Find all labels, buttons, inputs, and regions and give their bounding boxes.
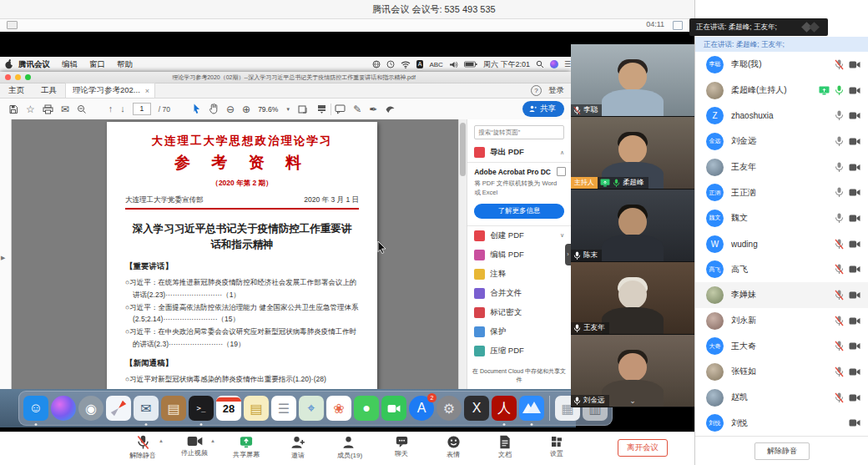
scroll-mode-icon[interactable] — [316, 104, 327, 114]
camera-icon[interactable] — [849, 367, 860, 377]
mic-muted-icon[interactable] — [835, 341, 844, 351]
chevron-up-icon[interactable]: ▲ — [210, 438, 215, 443]
participant-row[interactable]: 魏文魏文 — [695, 205, 868, 231]
panel-tool-2[interactable]: 注释 — [467, 265, 571, 284]
mic-icon[interactable] — [835, 213, 844, 224]
participant-row[interactable]: 李婵妹 — [695, 282, 868, 308]
volume-icon[interactable] — [449, 61, 458, 68]
siri-icon[interactable] — [550, 60, 558, 68]
participant-row[interactable]: 张钰如 — [695, 359, 868, 385]
camera-icon[interactable] — [849, 393, 860, 402]
panel-collapse-handle[interactable]: › — [565, 244, 571, 265]
layout-toggle-icon[interactable] — [673, 21, 683, 30]
mac-close-icon[interactable] — [5, 74, 11, 80]
spotlight-icon[interactable] — [536, 60, 544, 68]
timemachine-icon[interactable] — [386, 60, 395, 68]
fit-width-icon[interactable] — [298, 104, 309, 114]
learn-more-button[interactable]: 了解更多信息 — [474, 204, 564, 219]
dock-tencent-meeting-icon[interactable] — [519, 396, 544, 421]
dock-finder-icon[interactable]: ☺ — [23, 396, 48, 421]
participant-row[interactable]: 李聪李聪(我) — [695, 52, 868, 78]
acrobat-share-button[interactable]: 共享 — [522, 101, 564, 117]
camera-icon[interactable] — [849, 163, 860, 172]
mic-icon[interactable] — [835, 162, 844, 173]
video-tile-1[interactable]: 主持人 柔超峰 — [571, 117, 694, 190]
help-icon[interactable]: ? — [531, 85, 542, 96]
zoom-out-icon[interactable]: ⊖ — [226, 104, 235, 114]
camera-icon[interactable] — [849, 291, 860, 300]
menubar-item-2[interactable]: 窗口 — [89, 59, 105, 68]
dock-reminders-icon[interactable]: ☰ — [271, 396, 296, 421]
panel-tool-5[interactable]: 保护 — [467, 322, 571, 341]
zoom-caret-icon[interactable]: ▼ — [285, 107, 290, 112]
leave-meeting-button[interactable]: 离开会议 — [618, 439, 668, 457]
participant-row[interactable]: 高飞高飞 — [695, 256, 868, 282]
mic-muted-icon[interactable] — [835, 59, 844, 70]
prev-page-icon[interactable]: ↑ — [108, 104, 114, 114]
login-link[interactable]: 登录 — [548, 85, 564, 96]
camera-icon[interactable] — [849, 240, 860, 249]
video-tile-2[interactable]: 陈末 — [571, 190, 694, 262]
camera-icon[interactable] — [849, 418, 860, 427]
participant-row[interactable]: 刘悦刘悦 — [695, 410, 868, 436]
star-icon[interactable]: ☆ — [26, 104, 35, 114]
video-tile-3[interactable]: 王友年 — [571, 262, 694, 335]
dock-xquartz-icon[interactable]: X — [464, 396, 489, 421]
mac-zoom-icon[interactable] — [25, 74, 31, 80]
participant-row[interactable]: Zzhaoshuxia — [695, 103, 868, 129]
video-tile-4[interactable]: 刘金远⌄ — [571, 335, 694, 407]
select-cursor-icon[interactable] — [192, 104, 201, 114]
control-emoji[interactable]: 表情 — [434, 435, 472, 460]
camera-icon[interactable] — [849, 111, 860, 120]
tools-search-input[interactable] — [475, 129, 563, 136]
tab-tools[interactable]: 工具 — [33, 83, 65, 98]
chevron-up-icon[interactable]: ∧ — [560, 149, 564, 156]
control-stop-video[interactable]: ▲停止视频 — [175, 435, 214, 460]
participant-row[interactable]: 赵凯 — [695, 385, 868, 411]
network-icon[interactable] — [372, 60, 381, 68]
tab-home[interactable]: 主页 — [0, 83, 33, 98]
mic-muted-icon[interactable] — [835, 392, 844, 403]
notification-center-icon[interactable]: ☰ — [564, 60, 571, 68]
tab-document[interactable]: 理论学习参考202... × — [65, 83, 155, 98]
dock-messages-icon[interactable]: ● — [354, 396, 379, 421]
tools-search-box[interactable] — [474, 125, 564, 139]
mic-icon[interactable] — [835, 187, 844, 198]
mic-icon[interactable] — [835, 110, 844, 121]
dock-siri-icon[interactable] — [51, 396, 76, 421]
dock-app-store-icon[interactable]: A2 — [409, 396, 434, 421]
chevron-down-icon[interactable]: ∨ — [560, 232, 564, 239]
camera-icon[interactable] — [849, 265, 860, 274]
menubar-item-3[interactable]: 帮助 — [117, 59, 133, 68]
tab-close-icon[interactable]: × — [145, 87, 149, 95]
mic-icon[interactable] — [835, 85, 844, 96]
zoom-in-icon[interactable]: ⊕ — [242, 104, 250, 114]
sign-icon[interactable]: ✒ — [369, 104, 377, 114]
mic-icon[interactable] — [835, 136, 844, 147]
battery-icon[interactable] — [464, 61, 477, 68]
dock-facetime-icon[interactable] — [381, 396, 406, 421]
mic-muted-icon[interactable] — [835, 366, 844, 377]
panel-tool-1[interactable]: 编辑 PDF — [467, 245, 571, 265]
unmute-self-button[interactable]: 解除静音 — [754, 442, 810, 460]
mic-muted-icon[interactable] — [835, 239, 844, 250]
next-page-icon[interactable]: ↓ — [120, 104, 125, 114]
menubar-clock[interactable]: 周六 下午2:01 — [483, 59, 530, 70]
dock-acrobat-icon[interactable]: 人 — [492, 396, 517, 421]
save-icon[interactable] — [8, 104, 18, 114]
participant-row[interactable]: 大奇王大奇 — [695, 333, 868, 359]
mic-muted-icon[interactable] — [835, 316, 844, 326]
pencil-icon[interactable]: ✎ — [353, 104, 361, 114]
email-icon[interactable]: ✉ — [61, 104, 69, 114]
dock-contacts-icon[interactable]: ▤ — [161, 396, 186, 421]
panel-tool-6[interactable]: 压缩 PDF — [467, 341, 571, 361]
dock-system-preferences-icon[interactable]: ⚙ — [437, 396, 462, 421]
control-members[interactable]: 成员(19) — [331, 435, 369, 460]
scrollbar-thumb[interactable] — [460, 123, 466, 176]
dock-mail-icon[interactable]: ✉ — [134, 396, 159, 421]
participant-row[interactable]: 正汹王正汹 — [695, 179, 868, 205]
send-fill-sign-icon[interactable] — [385, 104, 396, 114]
control-share-screen[interactable]: 共享屏幕 — [227, 435, 265, 460]
print-icon[interactable] — [43, 104, 53, 114]
input-source-label[interactable]: ABC — [429, 61, 442, 68]
